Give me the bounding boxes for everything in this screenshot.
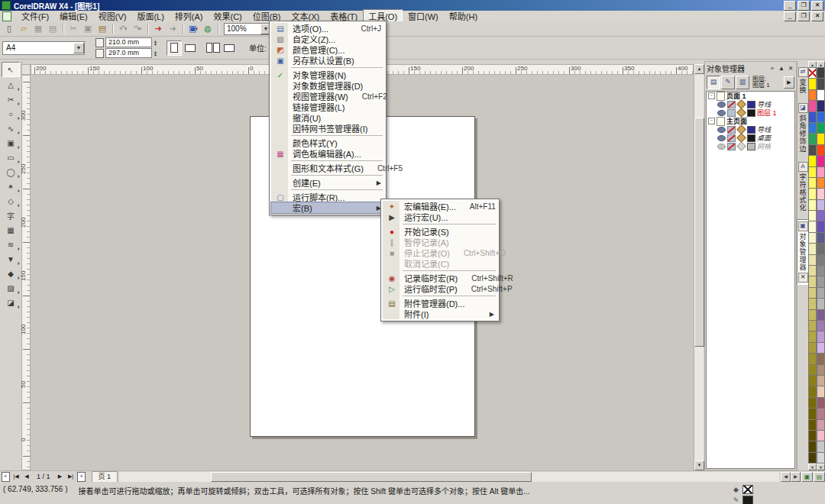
printable-icon[interactable] — [727, 143, 736, 150]
color-swatch[interactable] — [817, 321, 825, 331]
print-button[interactable]: ▤ — [46, 23, 60, 35]
basic-shapes-tool[interactable]: ◇ — [2, 194, 19, 208]
macro-submenu-item-运行临时宏(P)[interactable]: ▷运行临时宏(P)Ctrl+Shift+P — [383, 283, 497, 294]
pick-tool[interactable]: ↖ — [2, 62, 20, 77]
tools-menu-item-运行脚本(R)...[interactable]: ▢运行脚本(R)... — [271, 192, 384, 202]
visibility-eye-icon[interactable] — [717, 127, 726, 133]
new-document-button[interactable]: ▯ — [2, 23, 16, 35]
tools-menu-item-链接管理器(L)[interactable]: 链接管理器(L) — [271, 102, 384, 112]
export-button[interactable]: ➜ — [166, 23, 180, 35]
paper-height-spinner[interactable]: ▲▼ — [154, 50, 157, 57]
color-swatch[interactable] — [808, 365, 817, 376]
tree-collapse-icon[interactable]: − — [708, 118, 715, 124]
visibility-eye-icon[interactable] — [717, 144, 726, 150]
doc-restore-button[interactable]: ❐ — [798, 11, 810, 21]
macro-submenu-item-附件管理器(D)...[interactable]: ▤附件管理器(D)... — [383, 298, 497, 309]
redo-dropdown-icon[interactable]: ▾ — [139, 26, 142, 32]
color-swatch[interactable] — [817, 134, 825, 144]
color-swatch[interactable] — [808, 167, 817, 178]
palette-scroll-down-icon[interactable]: ▼ — [808, 464, 817, 470]
tools-menu-item-调色板编辑器(A)...[interactable]: ▦调色板编辑器(A)... — [271, 148, 384, 159]
color-swatch[interactable] — [808, 255, 817, 266]
color-swatch[interactable] — [817, 178, 825, 189]
color-swatch[interactable] — [808, 331, 817, 342]
scroll-up-icon[interactable]: ▲ — [694, 64, 704, 74]
previous-page-button[interactable]: ◀ — [21, 472, 32, 481]
visibility-eye-icon[interactable] — [717, 135, 726, 141]
color-swatch[interactable] — [817, 90, 825, 101]
next-page-button[interactable]: ▶ — [55, 472, 66, 481]
fill-tool[interactable]: ▨ — [2, 281, 19, 295]
crop-tool[interactable]: ✂ — [2, 92, 19, 106]
corel-online-button[interactable]: ◍ — [201, 23, 215, 35]
first-page-button[interactable]: |◀ — [11, 472, 21, 481]
layer-tree-layer-row[interactable]: 网格 — [707, 142, 794, 150]
color-swatch[interactable] — [817, 266, 825, 276]
docker-tab-变换[interactable]: ⇄变换 — [798, 66, 808, 95]
paper-type-arrow-icon[interactable]: ▼ — [73, 43, 84, 53]
macro-submenu-item-停止记录(O)[interactable]: ■停止记录(O)Ctrl+Shift+O — [383, 247, 497, 258]
color-swatch[interactable] — [817, 365, 825, 376]
save-button[interactable]: ▦ — [31, 23, 45, 35]
color-swatch[interactable] — [808, 321, 817, 331]
color-swatch[interactable] — [817, 167, 825, 178]
editable-pencil-icon[interactable] — [736, 141, 746, 151]
color-swatch[interactable] — [808, 266, 817, 276]
restore-button[interactable]: ❐ — [798, 1, 810, 11]
close-button[interactable]: ✕ — [811, 1, 823, 11]
color-swatch[interactable] — [817, 211, 825, 221]
color-swatch[interactable] — [817, 276, 825, 287]
paper-width-spinner[interactable]: ▲▼ — [154, 40, 157, 46]
doc-minimize-button[interactable]: _ — [784, 11, 796, 21]
color-swatch[interactable] — [817, 431, 825, 441]
color-swatch[interactable] — [817, 386, 825, 397]
color-swatch[interactable] — [808, 288, 817, 299]
color-swatch[interactable] — [817, 101, 825, 111]
color-swatch[interactable] — [808, 420, 817, 431]
minimize-button[interactable]: _ — [784, 1, 796, 11]
ellipse-tool[interactable]: ◯ — [2, 165, 19, 179]
scroll-left-icon[interactable]: ◀ — [781, 472, 791, 482]
color-swatch[interactable] — [817, 453, 825, 464]
redo-button[interactable]: ↷▾ — [131, 23, 144, 35]
macro-submenu-item-取消记录(C)[interactable]: 取消记录(C) — [383, 258, 497, 269]
color-swatch[interactable] — [808, 145, 817, 156]
tools-menu-item-创建(E)[interactable]: 创建(E)▶ — [271, 177, 384, 188]
color-swatch[interactable] — [808, 409, 817, 419]
visibility-eye-icon[interactable] — [717, 102, 726, 108]
printable-icon[interactable] — [727, 101, 736, 108]
vertical-scroll-thumb[interactable] — [694, 118, 704, 347]
cut-button[interactable]: ✂ — [66, 23, 80, 35]
color-swatch[interactable] — [817, 123, 825, 134]
no-color-swatch[interactable] — [808, 68, 817, 79]
color-swatch[interactable] — [808, 134, 817, 144]
color-swatch[interactable] — [808, 354, 817, 364]
doc-close-button[interactable]: ✕ — [811, 11, 823, 21]
color-swatch[interactable] — [808, 90, 817, 101]
macro-submenu-item-暂停记录(A)[interactable]: ∥暂停记录(A) — [383, 237, 497, 247]
color-swatch[interactable] — [817, 79, 825, 89]
freehand-tool[interactable]: ∿ — [2, 121, 19, 135]
outline-pen-tool[interactable]: ◆ — [2, 267, 19, 280]
layer-tree-layer-row[interactable]: 桌面 — [707, 134, 794, 142]
paper-height-field[interactable]: 297.0 mm — [105, 48, 152, 58]
color-swatch[interactable] — [817, 343, 825, 354]
edit-across-layers-button[interactable]: ✎ — [721, 76, 735, 89]
palette-scroll-up-icon[interactable]: ▲ — [817, 61, 825, 68]
color-swatch[interactable] — [817, 145, 825, 156]
page-tab[interactable]: 页 1 — [92, 471, 118, 482]
macro-submenu-item-宏编辑器(E)...[interactable]: ✦宏编辑器(E)...Alt+F11 — [383, 201, 497, 212]
horizontal-scrollbar[interactable] — [119, 472, 779, 482]
printable-icon[interactable] — [727, 126, 736, 134]
paper-width-field[interactable]: 210.0 mm — [105, 37, 152, 47]
color-swatch[interactable] — [808, 178, 817, 189]
undo-dropdown-icon[interactable]: ▾ — [125, 26, 128, 32]
docker-flyout-button[interactable]: ▶ — [784, 76, 794, 89]
layer-tree-layer-row[interactable]: 导线 — [707, 100, 794, 108]
scroll-down-icon[interactable]: ▼ — [694, 460, 704, 470]
eyedropper-tool[interactable]: ▼ — [2, 252, 19, 266]
printable-icon[interactable] — [727, 134, 736, 142]
vertical-ruler[interactable]: 300250200150100500 — [21, 75, 31, 470]
zoom-tool[interactable]: ○ — [2, 107, 19, 121]
color-swatch[interactable] — [817, 299, 825, 309]
